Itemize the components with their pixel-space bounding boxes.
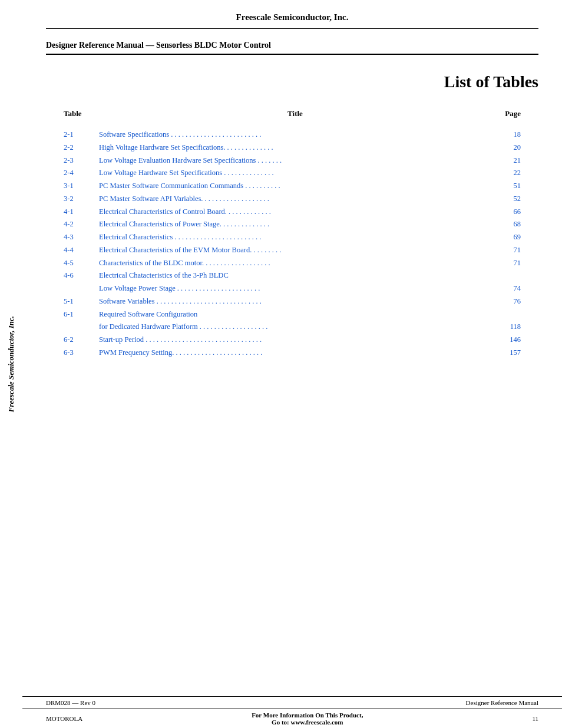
footer-bottom: MOTOROLA For More Information On This Pr… [22, 709, 562, 728]
toc-label: Electrical Characteristics of Control Bo… [99, 206, 491, 218]
toc-header-page: Page [491, 109, 521, 118]
toc-entry: 6-1 Required Software Configuration [64, 309, 521, 320]
footer-center: For More Information On This Product, Go… [82, 711, 532, 726]
toc-entry: 6-2 Start-up Period . . . . . . . . . . … [64, 334, 521, 345]
toc-num: 4-4 [64, 245, 99, 256]
toc-entry: 2-2 High Voltage Hardware Set Specificat… [64, 142, 521, 153]
toc-label: Electrical Characteristics . . . . . . .… [99, 232, 491, 243]
footer-page-num: 11 [532, 715, 538, 722]
toc-label: Low Voltage Evaluation Hardware Set Spec… [99, 155, 491, 166]
toc-num: 6-2 [64, 334, 99, 345]
toc-label: Low Voltage Hardware Set Specifications … [99, 167, 491, 179]
toc-label: Electrical Characteristics of the EVM Mo… [99, 245, 491, 256]
toc-entry: 4-5 Characteristics of the BLDC motor. .… [64, 258, 521, 269]
page-title-section: List of Tables [46, 55, 538, 109]
toc-page: 146 [491, 334, 521, 345]
toc-page: 71 [491, 245, 521, 256]
doc-title-text: Designer Reference Manual — Sensorless B… [46, 41, 271, 50]
toc-label: Software Specifications . . . . . . . . … [99, 129, 491, 140]
footer-motorola: MOTOROLA [46, 715, 82, 722]
sidebar: Freescale Semiconductor, Inc. [0, 0, 22, 728]
toc-label: PC Master Software Communication Command… [99, 180, 491, 192]
toc-entry: 4-6 Electrical Chatacteristics of the 3-… [64, 270, 521, 281]
toc-page: 69 [491, 232, 521, 243]
footer: DRM028 — Rev 0 Designer Reference Manual… [22, 696, 562, 728]
toc-num: 2-3 [64, 155, 99, 166]
footer-top: DRM028 — Rev 0 Designer Reference Manual [22, 697, 562, 709]
toc-label: Characteristics of the BLDC motor. . . .… [99, 258, 491, 269]
toc-entry: 3-1 PC Master Software Communication Com… [64, 180, 521, 192]
toc-page: 51 [491, 180, 521, 192]
toc-page: 157 [491, 347, 521, 358]
toc-label: Start-up Period . . . . . . . . . . . . … [99, 334, 491, 345]
toc-num: 2-1 [64, 129, 99, 140]
toc-page: 20 [491, 142, 521, 153]
toc-entry: 2-4 Low Voltage Hardware Set Specificati… [64, 167, 521, 179]
toc-num: 4-1 [64, 206, 99, 218]
toc-num: 5-1 [64, 296, 99, 307]
toc-cont-label: Low Voltage Power Stage . . . . . . . . … [99, 283, 491, 294]
toc-page: 52 [491, 193, 521, 205]
toc: Table Title Page 2-1 Software Specificat… [46, 109, 538, 358]
toc-entry: 4-1 Electrical Characteristics of Contro… [64, 206, 521, 218]
page-title-text: List of Tables [444, 73, 538, 91]
toc-page: 22 [491, 167, 521, 179]
toc-entry: 4-3 Electrical Characteristics . . . . .… [64, 232, 521, 243]
toc-label: PWM Frequency Setting. . . . . . . . . .… [99, 347, 491, 358]
toc-num: 3-1 [64, 180, 99, 192]
toc-num: 4-6 [64, 270, 99, 281]
toc-cont-page: 118 [491, 321, 521, 332]
toc-entry: 2-1 Software Specifications . . . . . . … [64, 129, 521, 140]
toc-entry: 6-3 PWM Frequency Setting. . . . . . . .… [64, 347, 521, 358]
toc-num: 6-1 [64, 309, 99, 320]
toc-cont-label: for Dedicated Hardware Platform . . . . … [99, 321, 491, 332]
toc-page: 18 [491, 129, 521, 140]
toc-label: Required Software Configuration [99, 309, 491, 320]
toc-num: 2-2 [64, 142, 99, 153]
toc-page: 21 [491, 155, 521, 166]
toc-entry: for Dedicated Hardware Platform . . . . … [64, 321, 521, 332]
footer-center-line2: Go to: www.freescale.com [272, 719, 343, 726]
toc-num: 4-5 [64, 258, 99, 269]
toc-page: 68 [491, 219, 521, 230]
page: Freescale Semiconductor, Inc. Freescale … [0, 0, 562, 728]
doc-title-section: Designer Reference Manual — Sensorless B… [46, 29, 538, 55]
toc-page: 76 [491, 296, 521, 307]
toc-label: Electrical Characteristics of Power Stag… [99, 219, 491, 230]
toc-entry: Low Voltage Power Stage . . . . . . . . … [64, 283, 521, 294]
toc-entry: 3-2 PC Master Software API Variables. . … [64, 193, 521, 205]
toc-entries: 2-1 Software Specifications . . . . . . … [64, 129, 521, 358]
toc-cont-page: 74 [491, 283, 521, 294]
sidebar-text: Freescale Semiconductor, Inc. [6, 316, 16, 412]
toc-entry: 5-1 Software Variables . . . . . . . . .… [64, 296, 521, 307]
toc-entry: 2-3 Low Voltage Evaluation Hardware Set … [64, 155, 521, 166]
toc-label: High Voltage Hardware Set Specifications… [99, 142, 491, 153]
footer-center-line1: For More Information On This Product, [252, 711, 363, 719]
toc-label: Electrical Chatacteristics of the 3-Ph B… [99, 270, 491, 281]
toc-entry: 4-2 Electrical Characteristics of Power … [64, 219, 521, 230]
footer-left: DRM028 — Rev 0 [46, 699, 95, 706]
toc-entry: 4-4 Electrical Characteristics of the EV… [64, 245, 521, 256]
toc-num: 6-3 [64, 347, 99, 358]
toc-header-title: Title [99, 109, 491, 118]
toc-num: 2-4 [64, 167, 99, 179]
header-title: Freescale Semiconductor, Inc. [236, 12, 349, 22]
toc-header-row: Table Title Page [64, 109, 521, 123]
toc-page: 71 [491, 258, 521, 269]
toc-num: 4-3 [64, 232, 99, 243]
footer-right: Designer Reference Manual [466, 699, 538, 706]
main-content: Freescale Semiconductor, Inc. Designer R… [22, 0, 562, 358]
toc-num: 3-2 [64, 193, 99, 205]
toc-label: Software Variables . . . . . . . . . . .… [99, 296, 491, 307]
header: Freescale Semiconductor, Inc. [46, 0, 538, 29]
toc-label: PC Master Software API Variables. . . . … [99, 193, 491, 205]
toc-page: 66 [491, 206, 521, 218]
toc-header-table: Table [64, 109, 99, 118]
toc-num: 4-2 [64, 219, 99, 230]
